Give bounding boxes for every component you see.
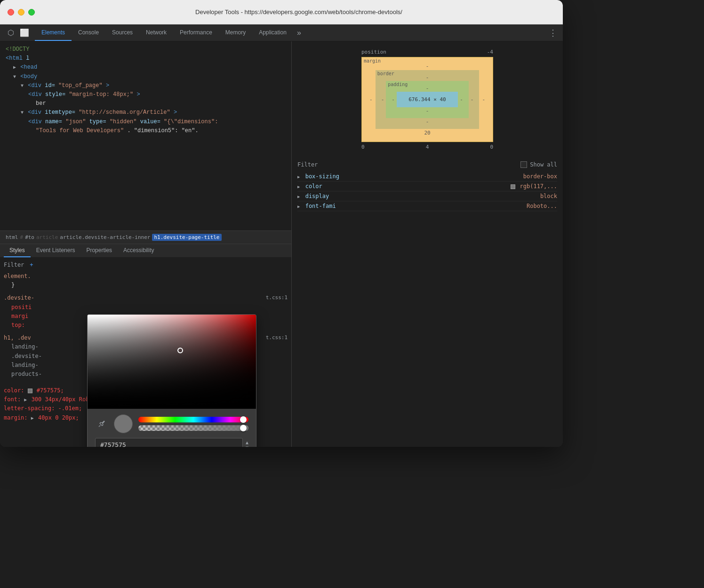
box-outer-bottom: 4: [426, 144, 429, 150]
display-value: block: [540, 193, 557, 199]
filter-label: Filter: [4, 262, 24, 268]
padding-left: -: [390, 92, 397, 107]
computed-filter-row: Filter Show all: [297, 161, 557, 168]
border-left: -: [379, 81, 386, 118]
computed-prop-font-family: ▶ font-fami Roboto...: [297, 201, 557, 211]
styles-panel: Filter + element. } .devsite- t.css:1: [0, 258, 291, 447]
main-tab-bar: ⬡ ⬜ Elements Console Sources Network Per…: [0, 24, 563, 41]
color-swatch-757575[interactable]: [28, 389, 32, 393]
subtab-event-listeners[interactable]: Event Listeners: [31, 244, 81, 257]
device-icon[interactable]: ⬜: [18, 26, 31, 39]
more-tabs-button[interactable]: »: [293, 24, 305, 41]
filter-row: Filter +: [4, 262, 288, 268]
breadcrumb: html # #to article article.devsite-artic…: [0, 230, 291, 244]
devtools-menu-button[interactable]: ⋮: [545, 24, 561, 41]
html-line: ▼ <div itemtype= "http://schema.org/Arti…: [6, 108, 286, 117]
box-left-value: 0: [361, 144, 365, 150]
tab-elements[interactable]: Elements: [35, 24, 72, 41]
html-line: ▼ <body: [6, 72, 286, 81]
tab-sources[interactable]: Sources: [105, 24, 139, 41]
color-gradient[interactable]: [88, 315, 256, 409]
html-line: <!DOCTY: [6, 45, 286, 54]
sliders: [138, 417, 248, 431]
html-line: "Tools for Web Developers" . "dimension5…: [6, 127, 286, 135]
html-tree[interactable]: <!DOCTY <html l ▶ <head ▼ <body ▼ <div: [0, 41, 291, 230]
padding-right: -: [458, 92, 465, 107]
devtools-container: ⬡ ⬜ Elements Console Sources Network Per…: [0, 24, 563, 447]
computed-filter-label: Filter: [297, 161, 318, 168]
subtab-properties[interactable]: Properties: [80, 244, 118, 257]
border-right: -: [469, 81, 476, 118]
maximize-button[interactable]: [28, 9, 35, 16]
tab-performance[interactable]: Performance: [173, 24, 219, 41]
hue-slider[interactable]: [138, 417, 248, 422]
html-line: <div name= "json" type= "hidden" value= …: [6, 118, 286, 127]
computed-prop-box-sizing: ▶ box-sizing border-box: [297, 172, 557, 182]
computed-prop-color: ▶ color rgb(117,...: [297, 182, 557, 191]
left-panel: <!DOCTY <html l ▶ <head ▼ <body ▼ <div: [0, 41, 292, 447]
right-panel: position -4 margin - - border -: [292, 41, 563, 447]
padding-label: padding: [388, 82, 408, 87]
picker-row: [95, 414, 248, 433]
hex-value: #757575: [100, 441, 238, 447]
alpha-slider[interactable]: [138, 425, 248, 431]
border-box: border - - padding - -: [376, 70, 480, 129]
show-all-checkbox[interactable]: [520, 161, 527, 168]
box-model-area: position -4 margin - - border -: [292, 41, 563, 158]
picker-controls: #757575 ▲ ▼ HEX: [88, 409, 256, 447]
border-label: border: [377, 71, 394, 76]
html-line: <html l: [6, 54, 286, 63]
html-line: ber: [6, 99, 286, 108]
tab-console[interactable]: Console: [72, 24, 105, 41]
breadcrumb-id[interactable]: #to: [25, 234, 34, 240]
margin-label: margin: [364, 58, 381, 64]
hex-row: #757575 ▲ ▼: [95, 438, 248, 447]
close-button[interactable]: [8, 9, 14, 16]
box-right-value: 0: [490, 144, 493, 150]
color-value: rgb(117,...: [511, 183, 557, 190]
margin-left: -: [367, 70, 376, 129]
hex-input[interactable]: #757575: [95, 438, 243, 447]
title-bar: Developer Tools - https://developers.goo…: [0, 0, 563, 24]
html-line: ▶ <head: [6, 63, 286, 72]
border-bottom: -: [379, 118, 476, 125]
minimize-button[interactable]: [18, 9, 24, 16]
style-block-element: element. }: [4, 272, 288, 290]
eyedropper-button[interactable]: [95, 417, 108, 430]
padding-bottom: -: [390, 107, 465, 114]
computed-color-swatch[interactable]: [511, 184, 515, 189]
gradient-cursor[interactable]: [177, 348, 183, 353]
html-line: ▼ <div id= "top_of_page" >: [6, 81, 286, 90]
show-all-label: Show all: [530, 161, 557, 168]
traffic-lights: [8, 9, 35, 16]
html-line: <div style= "margin-top: 48px;" >: [6, 90, 286, 99]
margin-bottom-value: 20: [367, 129, 488, 137]
breadcrumb-h1[interactable]: h1.devsite-page-title: [152, 234, 221, 241]
tab-network[interactable]: Network: [139, 24, 173, 41]
hex-arrows[interactable]: ▲ ▼: [246, 440, 248, 447]
color-picker: #757575 ▲ ▼ HEX Cont: [87, 314, 256, 447]
tab-memory[interactable]: Memory: [219, 24, 252, 41]
hue-thumb[interactable]: [240, 416, 247, 423]
toolbar-icons: ⬡ ⬜: [2, 24, 35, 41]
add-style-button[interactable]: +: [30, 262, 33, 268]
margin-box: margin - - border - -: [361, 57, 493, 142]
margin-right: -: [479, 70, 488, 129]
position-label: position: [361, 49, 386, 55]
show-all-row: Show all: [520, 161, 557, 168]
tab-application[interactable]: Application: [252, 24, 293, 41]
box-model: position -4 margin - - border -: [361, 49, 493, 150]
font-family-value: Roboto...: [527, 203, 557, 209]
breadcrumb-article-inner[interactable]: article.devsite-article-inner: [60, 234, 150, 240]
subtab-accessibility[interactable]: Accessibility: [118, 244, 160, 257]
subtab-styles[interactable]: Styles: [4, 244, 31, 257]
alpha-thumb[interactable]: [240, 425, 247, 431]
content-box: 676.344 × 40: [397, 92, 458, 107]
computed-styles: Filter Show all ▶ box-sizing border-box: [292, 158, 563, 447]
main-content: <!DOCTY <html l ▶ <head ▼ <body ▼ <div: [0, 41, 563, 447]
breadcrumb-html[interactable]: html: [6, 234, 18, 240]
margin-top-value: -: [367, 62, 488, 70]
position-value: -4: [487, 49, 493, 55]
cursor-icon[interactable]: ⬡: [6, 26, 16, 39]
box-sizing-value: border-box: [523, 173, 557, 180]
